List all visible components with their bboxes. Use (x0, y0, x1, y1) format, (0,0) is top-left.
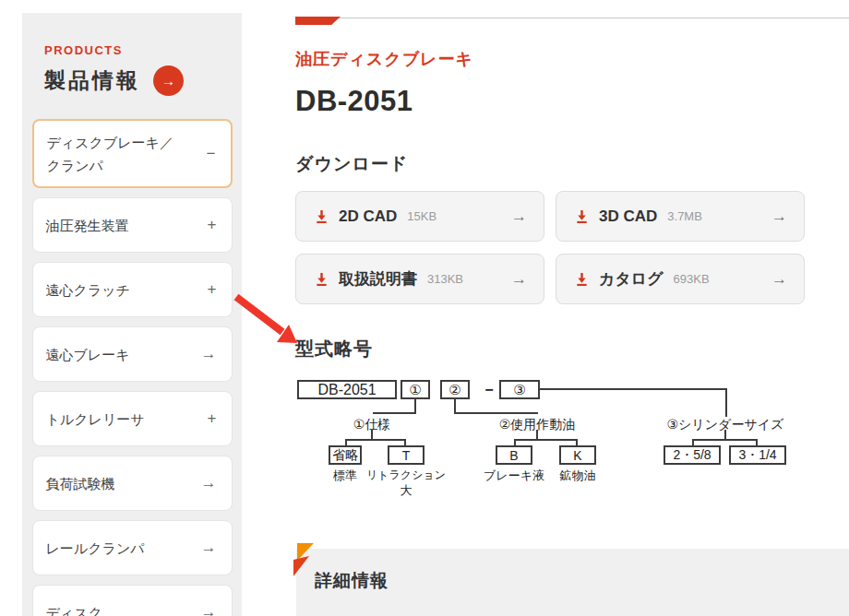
segment-3-box: ③ (499, 380, 540, 399)
products-eyebrow: PRODUCTS (44, 43, 242, 57)
download-label: カタログ (599, 268, 664, 290)
download-size: 3.7MB (667, 209, 702, 223)
sidebar-item-rail-clamper[interactable]: レールクランパ → (32, 520, 233, 575)
sidebar-item-hydraulic-unit[interactable]: 油圧発生装置 + (32, 197, 233, 253)
arrow-right-icon: → (511, 207, 527, 226)
sidebar-item-label: 遠心ブレーキ (46, 343, 130, 366)
sidebar-item-disc-brake-clamper[interactable]: ディスクブレーキ／クランパ − (32, 119, 233, 188)
arrow-right-icon: → (771, 207, 787, 226)
connector-line (454, 412, 538, 414)
option-description: リトラクション (360, 468, 452, 483)
sidebar-item-label: 遠心クラッチ (46, 278, 130, 302)
sidebar-item-disc[interactable]: ディスク → (32, 585, 233, 616)
sidebar-item-torque-releaser[interactable]: トルクレリーサ + (32, 391, 233, 446)
download-button-2d-cad[interactable]: 2D CAD 15KB → (295, 191, 544, 242)
download-button-catalog[interactable]: カタログ 693KB → (556, 254, 805, 304)
download-size: 693KB (674, 272, 710, 286)
annotation-arrow-icon (229, 291, 307, 349)
plus-icon: + (208, 409, 217, 428)
sidebar-item-label: ディスクブレーキ／クランパ (47, 131, 181, 177)
arrow-right-icon: → (201, 345, 217, 363)
option-box: T (388, 445, 424, 465)
top-divider (295, 18, 849, 18)
sidebar-nav: ディスクブレーキ／クランパ − 油圧発生装置 + 遠心クラッチ + 遠心ブレーキ… (32, 119, 233, 616)
model-code-dash: − (481, 380, 497, 399)
page-title: DB-2051 (295, 85, 413, 118)
group-3-title: ③シリンダーサイズ (661, 417, 790, 433)
sidebar-item-label: 油圧発生装置 (46, 214, 129, 237)
arrow-right-icon: → (511, 270, 527, 289)
sidebar-item-label: レールクランパ (46, 537, 145, 560)
download-size: 15KB (407, 209, 436, 223)
arrow-right-icon: → (201, 539, 217, 557)
download-label: 2D CAD (339, 207, 397, 226)
option-box: 3・1/4 (729, 445, 786, 465)
branch-connector (514, 439, 578, 445)
download-icon (575, 209, 589, 224)
arrow-right-icon: → (201, 474, 217, 492)
sidebar-title: 製品情報 (44, 66, 140, 95)
plus-icon: + (208, 280, 217, 299)
download-size: 313KB (427, 272, 463, 286)
model-code-diagram: DB-2051 ① ② − ③ ①仕様 ②使用作動油 ③シリンダーサイズ 省略 … (295, 378, 794, 503)
branch-connector (692, 439, 758, 445)
sidebar-item-centrifugal-clutch[interactable]: 遠心クラッチ + (32, 262, 233, 317)
option-box: 2・5/8 (664, 445, 721, 465)
branch-connector (345, 439, 406, 445)
download-label: 取扱説明書 (339, 268, 417, 290)
detail-section: 詳細情報 (296, 549, 849, 616)
connector-line (540, 388, 727, 390)
connector-line (725, 388, 727, 417)
sidebar-item-centrifugal-brake[interactable]: 遠心ブレーキ → (32, 326, 233, 382)
model-base-box: DB-2051 (297, 380, 397, 399)
download-icon (575, 272, 589, 287)
segment-1-box: ① (401, 380, 430, 399)
product-category: 油圧ディスクブレーキ (295, 48, 473, 70)
group-1-title: ①仕様 (326, 417, 418, 433)
connector-line (373, 412, 416, 414)
products-link-button[interactable]: → (153, 65, 184, 96)
minus-icon: − (207, 145, 216, 163)
accent-flag (295, 17, 341, 25)
plus-icon: + (208, 216, 217, 234)
sidebar-item-label: 負荷試験機 (46, 472, 115, 495)
segment-2-box: ② (440, 380, 470, 399)
option-box: K (559, 445, 596, 465)
download-button-3d-cad[interactable]: 3D CAD 3.7MB → (556, 191, 805, 242)
detail-heading: 詳細情報 (315, 569, 389, 593)
arrow-right-icon: → (771, 270, 787, 289)
download-icon (315, 272, 329, 287)
option-box: B (496, 445, 532, 465)
product-page: PRODUCTS 製品情報 → ディスクブレーキ／クランパ − 油圧発生装置 +… (0, 0, 849, 616)
option-description: 鉱物油 (541, 468, 615, 484)
download-icon (315, 209, 329, 224)
download-heading: ダウンロード (295, 152, 408, 176)
sidebar-item-label: ディスク (46, 601, 102, 616)
download-button-manual[interactable]: 取扱説明書 313KB → (295, 254, 544, 304)
products-sidebar: PRODUCTS 製品情報 → ディスクブレーキ／クランパ − 油圧発生装置 +… (22, 13, 242, 616)
download-label: 3D CAD (599, 207, 657, 226)
option-description: ブレーキ液 (477, 468, 551, 484)
sidebar-header: PRODUCTS 製品情報 → (22, 13, 242, 96)
sidebar-item-load-tester[interactable]: 負荷試験機 → (32, 456, 233, 511)
arrow-right-icon: → (201, 603, 217, 616)
arrow-right-icon: → (161, 73, 175, 89)
option-description: 大 (360, 482, 452, 499)
group-2-title: ②使用作動油 (491, 417, 583, 433)
sidebar-item-label: トルクレリーサ (46, 408, 145, 431)
option-box: 省略 (329, 445, 362, 465)
